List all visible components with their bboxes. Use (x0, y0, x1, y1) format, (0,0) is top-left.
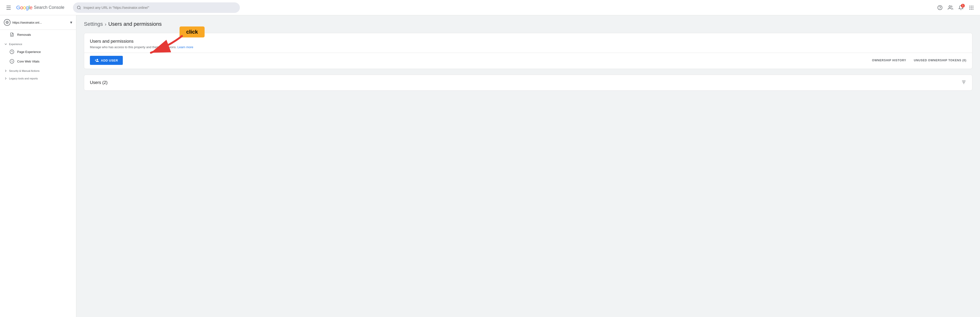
action-links: OWNERSHIP HISTORY UNUSED OWNERSHIP TOKEN… (872, 59, 966, 62)
chevron-right-icon (4, 69, 8, 73)
removals-label: Removals (17, 33, 31, 37)
filter-button[interactable] (961, 80, 966, 86)
user-settings-button[interactable] (946, 3, 955, 13)
apps-button[interactable] (967, 3, 976, 13)
notification-count: 1 (961, 4, 965, 8)
users-card-header: Users (2) (84, 75, 972, 91)
nav-icons: 1 (935, 3, 976, 13)
users-count: Users (2) (90, 80, 108, 85)
card-subtitle-text: Manage who has access to this property a… (90, 45, 177, 49)
core-web-vitals-icon (10, 59, 14, 64)
svg-point-0 (77, 6, 80, 9)
legacy-section-label: Legacy tools and reports (9, 77, 38, 80)
chevron-right-icon-2 (4, 76, 8, 80)
sidebar-section-legacy[interactable]: Legacy tools and reports (0, 74, 76, 81)
logo-area: Google Search Console (16, 5, 64, 11)
svg-point-8 (969, 7, 970, 8)
product-name: Search Console (34, 5, 64, 10)
top-navigation: Google Search Console (0, 0, 980, 15)
chevron-down-icon (4, 42, 8, 46)
page-experience-icon (10, 49, 14, 54)
svg-point-12 (971, 9, 972, 10)
google-logo: Google (16, 5, 32, 11)
svg-point-13 (973, 9, 974, 10)
apps-grid-icon (969, 5, 974, 10)
sidebar-section-experience[interactable]: Experience (0, 39, 76, 47)
user-settings-icon (948, 5, 953, 10)
breadcrumb-separator: › (105, 21, 107, 27)
svg-point-4 (949, 5, 951, 7)
card-subtitle: Manage who has access to this property a… (90, 45, 966, 49)
svg-point-5 (969, 5, 970, 6)
property-selector[interactable]: https://seoinator.onl... ▾ (0, 15, 76, 30)
ownership-history-link[interactable]: OWNERSHIP HISTORY (872, 59, 906, 62)
filter-icon (961, 80, 966, 85)
sidebar-item-page-experience[interactable]: Page Experience (0, 47, 72, 57)
property-name: https://seoinator.onl... (13, 21, 68, 24)
unused-tokens-link[interactable]: UNUSED OWNERSHIP TOKENS (0) (914, 59, 966, 62)
core-web-vitals-label: Core Web Vitals (17, 60, 39, 63)
sidebar-item-core-web-vitals[interactable]: Core Web Vitals (0, 57, 72, 66)
page-layout: https://seoinator.onl... ▾ Removals Expe… (0, 15, 980, 317)
search-input[interactable] (83, 6, 236, 10)
main-content: Settings › Users and permissions Users a… (76, 15, 980, 317)
breadcrumb-settings[interactable]: Settings (84, 21, 103, 27)
sidebar-section-security[interactable]: Security & Manual Actions (0, 66, 76, 74)
security-section-label: Security & Manual Actions (9, 69, 40, 72)
help-icon (937, 5, 943, 10)
card-header: Users and permissions Manage who has acc… (84, 33, 972, 53)
add-user-icon (95, 58, 99, 62)
add-user-label: ADD USER (101, 59, 118, 62)
card-title: Users and permissions (90, 39, 966, 44)
page-experience-label: Page Experience (17, 50, 41, 54)
search-icon (77, 5, 81, 10)
removals-icon (10, 32, 14, 37)
breadcrumb-current: Users and permissions (108, 21, 162, 27)
svg-line-1 (80, 8, 81, 9)
learn-more-link[interactable]: Learn more (177, 45, 193, 49)
experience-section-label: Experience (9, 43, 22, 46)
svg-point-9 (971, 7, 972, 8)
permissions-card: Users and permissions Manage who has acc… (84, 33, 972, 69)
svg-point-6 (971, 5, 972, 6)
property-dropdown-icon[interactable]: ▾ (70, 20, 72, 25)
card-actions: ADD USER OWNERSHIP HISTORY UNUSED OWNERS… (84, 53, 972, 69)
sidebar-item-removals[interactable]: Removals (0, 30, 76, 39)
search-bar[interactable] (73, 2, 240, 13)
svg-point-11 (969, 9, 970, 10)
notifications-button[interactable]: 1 (956, 3, 966, 13)
hamburger-button[interactable] (4, 3, 13, 13)
svg-point-10 (973, 7, 974, 8)
breadcrumb: Settings › Users and permissions (84, 21, 972, 27)
hamburger-icon (6, 6, 11, 10)
add-user-button[interactable]: ADD USER (90, 56, 123, 65)
svg-point-7 (973, 5, 974, 6)
help-button[interactable] (935, 3, 945, 13)
sidebar: https://seoinator.onl... ▾ Removals Expe… (0, 15, 76, 317)
property-icon (4, 19, 11, 26)
users-card: Users (2) (84, 75, 972, 91)
